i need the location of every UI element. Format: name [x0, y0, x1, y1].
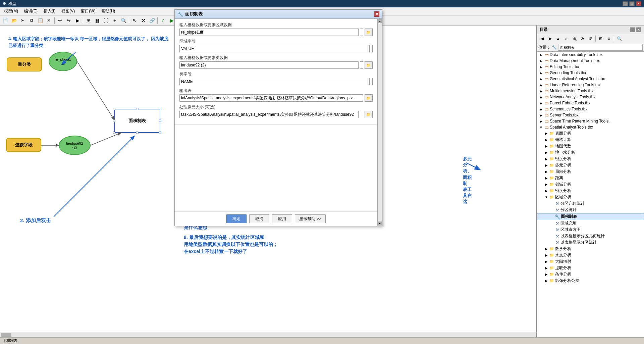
tree-toggle-editing[interactable]: ▶	[538, 64, 544, 69]
scroll-up[interactable]: ▲	[378, 19, 382, 23]
tree-item-tabulate_area[interactable]: 🔧面积制表	[537, 213, 644, 220]
zone-field-input[interactable]	[179, 45, 368, 52]
search-btn[interactable]: 🔍	[615, 35, 623, 42]
tree-item-parcel[interactable]: ▶🗃Parcel Fabric Tools.tbx	[537, 100, 644, 106]
tree-item-extract[interactable]: ▶📁提取分析	[537, 265, 644, 271]
tree-toggle-density[interactable]: ▶	[544, 156, 549, 162]
cell-size-browse[interactable]: 📁	[365, 111, 373, 118]
tree-item-linear_ref[interactable]: ▶🗃Linear Referencing Tools.tbx	[537, 82, 644, 88]
menu-insert[interactable]: 插入(I)	[41, 8, 58, 15]
grid-btn[interactable]: ⊞	[85, 16, 93, 24]
input-class-field[interactable]	[179, 61, 359, 69]
disconnect-btn[interactable]: ⊗	[579, 35, 586, 42]
zone-field-select[interactable]	[369, 45, 373, 52]
join-field-node[interactable]: 连接字段	[6, 138, 41, 152]
tree-toggle-schematics[interactable]: ▶	[538, 106, 544, 112]
tree-item-zonal_histo[interactable]: ⚒区域直方图	[537, 227, 644, 233]
tree-toggle-raster_calc[interactable]: ▶	[544, 137, 549, 143]
menu-edit[interactable]: 编辑(E)	[21, 8, 40, 15]
tree-toggle-local[interactable]: ▶	[544, 169, 549, 175]
tree-item-zonal_fill[interactable]: ⚒区域充填	[537, 220, 644, 227]
nav-btn[interactable]: ▶	[73, 16, 82, 24]
tree-toggle-hydro[interactable]: ▶	[544, 253, 549, 258]
select-btn[interactable]: ↖	[130, 16, 139, 24]
zoom-full-btn[interactable]: ⛶	[102, 16, 110, 24]
dialog-scrollbar[interactable]: ▲ ▼	[377, 19, 382, 226]
tree-item-density2[interactable]: ▶📁密度分析	[537, 188, 644, 194]
link-btn[interactable]: 🔗	[148, 16, 156, 24]
dialog-close-btn[interactable]: ✕	[374, 11, 379, 17]
tree-item-zonal[interactable]: ▼📁区域分析	[537, 194, 644, 200]
tree-item-zonal_geom_table[interactable]: ⚒以表格显示分区几何统计	[537, 233, 644, 239]
panel-close[interactable]: ✕	[636, 28, 641, 32]
tree-toggle-parcel[interactable]: ▶	[538, 100, 544, 106]
back-btn[interactable]: ◀	[538, 35, 546, 42]
tree-item-local[interactable]: ▶📁局部分析	[537, 168, 644, 175]
tree-toggle-solar[interactable]: ▶	[544, 259, 549, 264]
tree-toggle-multidimension[interactable]: ▶	[538, 88, 544, 94]
tree-toggle-network[interactable]: ▶	[538, 94, 544, 100]
tree-item-geostatistical[interactable]: ▶🗃Geostatistical Analyst Tools.tbx	[537, 76, 644, 82]
tree-item-spatial_analyst[interactable]: ▼🗃Spatial Analyst Tools.tbx	[537, 124, 644, 130]
tree-toggle-spatial_analyst[interactable]: ▼	[538, 125, 544, 130]
tree-toggle-density2[interactable]: ▶	[544, 188, 549, 194]
tree-toggle-geocoding[interactable]: ▶	[538, 70, 544, 76]
class-field-input[interactable]	[179, 78, 368, 85]
tree-toggle-linear_ref[interactable]: ▶	[538, 82, 544, 88]
undo-btn[interactable]: ↩	[56, 16, 64, 24]
tree-toggle-surface[interactable]: ▶	[544, 131, 549, 136]
tree-item-surface[interactable]: ▶📁表面分析	[537, 130, 644, 137]
connect-btn[interactable]: 🔌	[571, 35, 578, 42]
tree-item-zonal_geom[interactable]: ⚒分区几何统计	[537, 200, 644, 207]
tree-toggle-zonal_stats_table[interactable]	[549, 240, 554, 245]
tree-toggle-space_time[interactable]: ▶	[538, 118, 544, 124]
tree-item-multivar[interactable]: ▶📁多元分析	[537, 162, 644, 168]
tree-toggle-tabulate_area[interactable]	[549, 214, 555, 219]
paste-btn[interactable]: 📋	[36, 16, 44, 24]
tree-item-server[interactable]: ▶🗃Server Tools.tbx	[537, 112, 644, 118]
output-table-browse[interactable]: 📁	[365, 94, 373, 102]
tree-toggle-distance[interactable]: ▶	[544, 176, 549, 181]
tree-item-hydro[interactable]: ▶📁水文分析	[537, 252, 644, 258]
reclassify-node[interactable]: 重分类	[7, 57, 42, 71]
input-zone-browse[interactable]: 📁	[365, 29, 373, 36]
location-input[interactable]	[558, 44, 643, 51]
tree-toggle-server[interactable]: ▶	[538, 112, 544, 118]
landuse-node[interactable]: landuse92(2)	[59, 136, 91, 155]
tree-toggle-neighbor[interactable]: ▶	[544, 182, 549, 187]
tree-toggle-zonal_geom[interactable]	[549, 201, 554, 206]
tree-toggle-map_algebra[interactable]: ▶	[544, 144, 549, 149]
tree-item-neighbor[interactable]: ▶📁邻域分析	[537, 181, 644, 188]
help-btn[interactable]: 显示帮助 >>	[295, 214, 325, 223]
tree-item-zonal_stats[interactable]: ⚒分区统计	[537, 207, 644, 213]
table-btn[interactable]: ⊞	[597, 35, 604, 42]
tree-item-conditional[interactable]: ▶📁条件分析	[537, 271, 644, 278]
tree-toggle-math[interactable]: ▶	[544, 246, 549, 252]
refresh-btn[interactable]: ↺	[587, 35, 594, 42]
check-btn[interactable]: ✓	[159, 16, 167, 24]
zoom-in-btn[interactable]: +	[111, 16, 119, 24]
menu-model[interactable]: 模型(M)	[1, 8, 21, 15]
tree-item-math[interactable]: ▶📁数学分析	[537, 246, 644, 252]
re-slope-node[interactable]: re_slope1.tif	[49, 52, 77, 71]
tree-toggle-data_interop[interactable]: ▶	[538, 52, 544, 57]
tree-item-raster_calc[interactable]: ▶📁栅格计算	[537, 137, 644, 143]
tree-item-density[interactable]: ▶📁密度分析	[537, 156, 644, 162]
class-field-select[interactable]	[369, 78, 373, 85]
tree-toggle-zonal[interactable]: ▼	[544, 195, 549, 200]
tree-toggle-underground[interactable]: ▶	[544, 150, 549, 155]
up-btn[interactable]: ▲	[554, 35, 562, 42]
input-zone-field[interactable]	[179, 29, 359, 36]
tree-toggle-extract[interactable]: ▶	[544, 265, 549, 271]
home-btn[interactable]: ⌂	[562, 35, 570, 42]
tree-toggle-zonal_stats[interactable]	[549, 207, 554, 213]
cancel-btn[interactable]: 取消	[249, 214, 269, 223]
tree-item-network[interactable]: ▶🗃Network Analyst Tools.tbx	[537, 94, 644, 100]
tree-toggle-data_mgmt[interactable]: ▶	[538, 58, 544, 63]
tree-item-solar[interactable]: ▶📁太阳辐射	[537, 258, 644, 265]
tool-btn[interactable]: ⚒	[139, 16, 147, 24]
tree-item-multidimension[interactable]: ▶🗃Multidimension Tools.tbx	[537, 88, 644, 94]
tree-item-data_mgmt[interactable]: ▶🗃Data Management Tools.tbx	[537, 58, 644, 64]
tree-item-distance[interactable]: ▶📁距离	[537, 175, 644, 181]
copy-btn[interactable]: ⧉	[28, 16, 36, 24]
